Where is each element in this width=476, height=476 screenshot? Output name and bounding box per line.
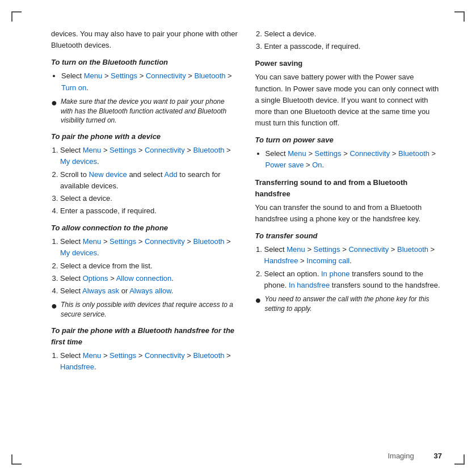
corner-mark-bottom-left [11, 454, 22, 465]
section1-heading: To turn on the Bluetooth function [51, 57, 238, 68]
section1-bullet: Select Menu > Settings > Connectivity > … [61, 70, 238, 93]
intro-text: devices. You may also have to pair your … [51, 28, 238, 51]
section4-list: Select Menu > Settings > Connectivity > … [51, 350, 238, 373]
section1-list: Select Menu > Settings > Connectivity > … [51, 70, 238, 93]
link-connectivity-r1: Connectivity [349, 149, 390, 158]
transfer-heading: Transferring sound to and from a Bluetoo… [255, 177, 443, 200]
section2-step-1: Select Menu > Settings > Connectivity > … [60, 145, 238, 167]
link-mydevices-3: My devices [60, 248, 97, 257]
corner-mark-bottom-right [454, 454, 465, 465]
link-allowconn: Allow connection [116, 274, 172, 283]
power-saving-body: You can save battery power with the Powe… [255, 71, 443, 129]
link-bluetooth-1: Bluetooth [195, 71, 226, 80]
section3-step-4: Select Always ask or Always allow. [60, 285, 238, 297]
right-note: You need to answer the call with the pho… [264, 294, 442, 314]
link-bluetooth-r1: Bluetooth [398, 149, 429, 158]
link-settings-4: Settings [109, 351, 136, 360]
power-saving-heading: Power saving [255, 58, 443, 69]
link-options: Options [83, 274, 108, 283]
link-newdevice: New device [89, 170, 127, 179]
note-icon-1: ● [51, 97, 57, 109]
section2-step-2: Scroll to New device and select Add to s… [60, 169, 238, 192]
link-incomingcall-r2: Incoming call [306, 256, 349, 265]
page-number: 37 [434, 452, 442, 460]
note-icon-r1: ● [255, 294, 262, 307]
link-bluetooth-3: Bluetooth [193, 237, 225, 246]
section3-step-1: Select Menu > Settings > Connectivity > … [60, 236, 238, 259]
link-settings-r1: Settings [315, 149, 342, 158]
link-menu-3: Menu [83, 237, 102, 246]
section2-step-4: Enter a passcode, if required. [60, 205, 238, 217]
link-on-r1: On [312, 161, 322, 169]
section1-note-block: ● Make sure that the device you want to … [51, 97, 238, 125]
corner-mark-top-left [11, 11, 22, 22]
link-bluetooth-4: Bluetooth [193, 351, 225, 360]
link-connectivity-r2: Connectivity [348, 245, 389, 254]
link-connectivity-2: Connectivity [145, 146, 185, 154]
section3-heading: To allow connection to the phone [51, 222, 238, 234]
right-continued-list: Select a device. Enter a passcode, if re… [255, 28, 443, 52]
link-connectivity-1: Connectivity [146, 71, 186, 80]
transfer-sound-heading: To transfer sound [255, 230, 443, 242]
link-menu-4: Menu [83, 351, 102, 360]
power-save-on-list: Select Menu > Settings > Connectivity > … [255, 148, 443, 171]
section2-step-3: Select a device. [60, 193, 238, 204]
link-menu-r1: Menu [288, 149, 306, 158]
link-settings-2: Settings [109, 146, 136, 154]
link-alwaysallow: Always allow [129, 287, 171, 295]
right-column: Select a device. Enter a passcode, if re… [255, 28, 443, 448]
link-connectivity-3: Connectivity [145, 237, 185, 246]
link-inphone: In phone [321, 269, 350, 278]
section4-step-1: Select Menu > Settings > Connectivity > … [60, 350, 238, 373]
section3-note-block: ● This is only possible with devices tha… [51, 300, 238, 319]
transfer-step-2: Select an option. In phone transfers sou… [264, 268, 443, 291]
link-handsfree-4: Handsfree [60, 363, 94, 371]
footer-section: Imaging [387, 452, 414, 460]
link-bluetooth-2: Bluetooth [193, 146, 225, 154]
section2-list: Select Menu > Settings > Connectivity > … [51, 145, 238, 217]
link-settings-1: Settings [111, 71, 137, 80]
link-menu-1: Menu [84, 71, 103, 80]
transfer-sound-list: Select Menu > Settings > Connectivity > … [255, 244, 443, 291]
transfer-body: You can transfer the sound to and from a… [255, 202, 443, 225]
section3-step-3: Select Options > Allow connection. [60, 273, 238, 284]
page-content: devices. You may also have to pair your … [51, 28, 442, 448]
link-settings-3: Settings [109, 237, 136, 246]
power-save-on-heading: To turn on power save [255, 134, 443, 146]
link-alwaysask: Always ask [82, 287, 119, 295]
link-settings-r2: Settings [314, 245, 340, 254]
power-save-on-bullet: Select Menu > Settings > Connectivity > … [266, 148, 443, 171]
section4-heading: To pair the phone with a Bluetooth hands… [51, 325, 238, 348]
link-add: Add [165, 170, 178, 179]
link-handsfree-r2: Handsfree [264, 256, 298, 265]
link-connectivity-4: Connectivity [145, 351, 185, 360]
note-icon-3: ● [51, 300, 57, 313]
section2-heading: To pair the phone with a device [51, 131, 238, 142]
right-step-2: Select a device. [264, 28, 443, 40]
section3-note: This is only possible with devices that … [61, 300, 238, 319]
right-note-block: ● You need to answer the call with the p… [255, 294, 443, 314]
link-bluetooth-r2: Bluetooth [397, 245, 428, 254]
link-powersave-r1: Power save [266, 161, 304, 169]
link-menu-2: Menu [83, 146, 102, 154]
link-turnon-1: Turn on [61, 83, 86, 92]
section3-list: Select Menu > Settings > Connectivity > … [51, 236, 238, 297]
corner-mark-top-right [454, 11, 465, 22]
section3-step-2: Select a device from the list. [60, 260, 238, 272]
transfer-step-1: Select Menu > Settings > Connectivity > … [264, 244, 443, 267]
page-footer: Imaging 37 [387, 452, 442, 460]
left-column: devices. You may also have to pair your … [51, 28, 238, 448]
section1-note: Make sure that the device you want to pa… [61, 97, 238, 125]
link-menu-r2: Menu [287, 245, 305, 254]
link-mydevices-2: My devices [60, 157, 97, 166]
right-step-3: Enter a passcode, if required. [264, 41, 443, 52]
link-inhandsfree: In handsfree [289, 281, 330, 289]
